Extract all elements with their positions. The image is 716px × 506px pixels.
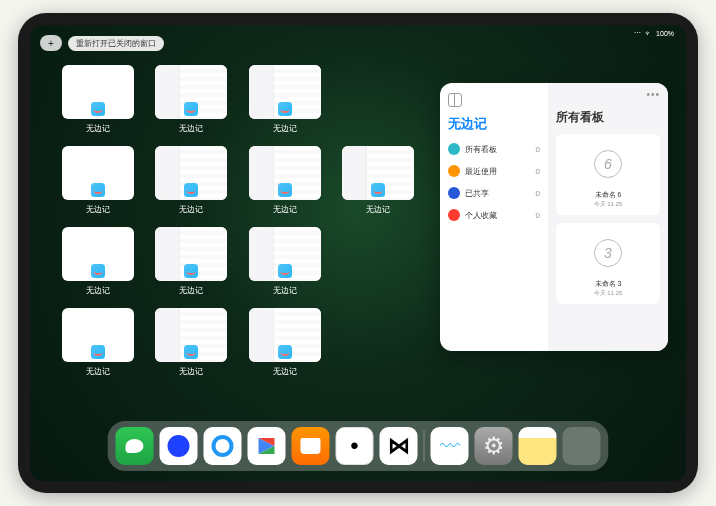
app-window[interactable]: 无边记: [152, 227, 232, 296]
freeform-app-icon: [183, 263, 199, 279]
window-label: 无边记: [179, 285, 203, 296]
sidebar-toggle-icon[interactable]: [448, 93, 462, 107]
sidebar-item-label: 已共享: [465, 188, 489, 199]
sidebar-item[interactable]: 已共享0: [448, 187, 540, 199]
board-preview: 3: [562, 229, 654, 277]
window-thumbnail[interactable]: [62, 227, 134, 281]
window-label: 无边记: [273, 123, 297, 134]
category-icon: [448, 143, 460, 155]
new-window-button[interactable]: +: [40, 35, 62, 51]
dock-app-qq-blue[interactable]: [160, 427, 198, 465]
app-window[interactable]: 无边记: [58, 227, 138, 296]
board-label: 未命名 6: [562, 190, 654, 200]
sidebar-item-count: 0: [536, 167, 540, 176]
sidebar-item[interactable]: 所有看板0: [448, 143, 540, 155]
app-window[interactable]: 无边记: [152, 308, 232, 377]
slideover-title: 无边记: [448, 115, 540, 133]
sidebar-item[interactable]: 个人收藏0: [448, 209, 540, 221]
freeform-app-icon: [277, 263, 293, 279]
dock-app-books[interactable]: [292, 427, 330, 465]
board-number-icon: 3: [594, 239, 622, 267]
app-window[interactable]: 无边记: [58, 65, 138, 134]
more-button[interactable]: •••: [646, 89, 660, 100]
app-window[interactable]: 无边记: [245, 146, 325, 215]
app-window[interactable]: 无边记: [245, 308, 325, 377]
window-label: 无边记: [179, 123, 203, 134]
dock-app-wechat[interactable]: [116, 427, 154, 465]
window-thumbnail[interactable]: [155, 65, 227, 119]
board-card[interactable]: 6未命名 6今天 11:25: [556, 134, 660, 215]
slide-over-panel[interactable]: 无边记 所有看板0最近使用0已共享0个人收藏0 ••• 所有看板 6未命名 6今…: [440, 83, 668, 351]
sidebar-item[interactable]: 最近使用0: [448, 165, 540, 177]
dock-app-qbrowser[interactable]: [204, 427, 242, 465]
freeform-app-icon: [277, 101, 293, 117]
dock-separator: [424, 430, 425, 462]
window-label: 无边记: [366, 204, 390, 215]
dock-app-settings[interactable]: [475, 427, 513, 465]
window-thumbnail[interactable]: [249, 227, 321, 281]
status-bar: ⋯ ᯤ 100%: [634, 29, 674, 37]
board-number-icon: 6: [594, 150, 622, 178]
ipad-frame: ⋯ ᯤ 100% + 重新打开已关闭的窗口 无边记无边记无边记无边记无边记无边记…: [18, 13, 698, 493]
app-window[interactable]: 无边记: [152, 65, 232, 134]
dock-app-play[interactable]: [248, 427, 286, 465]
freeform-app-icon: [90, 182, 106, 198]
sidebar-item-count: 0: [536, 211, 540, 220]
window-label: 无边记: [179, 204, 203, 215]
dock-app-dice[interactable]: [336, 427, 374, 465]
window-thumbnail[interactable]: [249, 65, 321, 119]
sidebar-item-count: 0: [536, 145, 540, 154]
slideover-sidebar: 无边记 所有看板0最近使用0已共享0个人收藏0: [440, 83, 548, 351]
freeform-app-icon: [183, 344, 199, 360]
screen: ⋯ ᯤ 100% + 重新打开已关闭的窗口 无边记无边记无边记无边记无边记无边记…: [30, 25, 686, 481]
window-label: 无边记: [86, 366, 110, 377]
window-thumbnail[interactable]: [342, 146, 414, 200]
dock: [108, 421, 609, 471]
dock-app-app-lib[interactable]: [563, 427, 601, 465]
top-controls: + 重新打开已关闭的窗口: [40, 35, 164, 51]
board-preview: 6: [562, 140, 654, 188]
window-label: 无边记: [273, 366, 297, 377]
freeform-app-icon: [277, 344, 293, 360]
sidebar-item-label: 所有看板: [465, 144, 497, 155]
slideover-content: ••• 所有看板 6未命名 6今天 11:253未命名 3今天 11:25: [548, 83, 668, 351]
window-label: 无边记: [273, 285, 297, 296]
dock-app-notes[interactable]: [519, 427, 557, 465]
window-thumbnail[interactable]: [155, 227, 227, 281]
app-switcher-grid: 无边记无边记无边记无边记无边记无边记无边记无边记无边记无边记无边记无边记无边记: [58, 65, 418, 377]
category-icon: [448, 187, 460, 199]
freeform-app-icon: [183, 182, 199, 198]
window-label: 无边记: [86, 285, 110, 296]
window-label: 无边记: [86, 123, 110, 134]
app-window[interactable]: 无边记: [152, 146, 232, 215]
board-label: 未命名 3: [562, 279, 654, 289]
sidebar-item-count: 0: [536, 189, 540, 198]
window-thumbnail[interactable]: [249, 308, 321, 362]
dock-app-bowtie[interactable]: [380, 427, 418, 465]
signal-icon: ⋯: [634, 29, 641, 37]
app-window[interactable]: 无边记: [245, 227, 325, 296]
window-thumbnail[interactable]: [62, 146, 134, 200]
board-timestamp: 今天 11:25: [562, 289, 654, 298]
app-window[interactable]: 无边记: [58, 146, 138, 215]
freeform-app-icon: [370, 182, 386, 198]
reopen-closed-button[interactable]: 重新打开已关闭的窗口: [68, 36, 164, 51]
window-thumbnail[interactable]: [62, 65, 134, 119]
window-thumbnail[interactable]: [155, 146, 227, 200]
window-thumbnail[interactable]: [62, 308, 134, 362]
app-window[interactable]: 无边记: [339, 146, 419, 215]
freeform-app-icon: [277, 182, 293, 198]
app-window[interactable]: 无边记: [58, 308, 138, 377]
board-card[interactable]: 3未命名 3今天 11:25: [556, 223, 660, 304]
dock-app-freeform[interactable]: [431, 427, 469, 465]
category-icon: [448, 165, 460, 177]
window-thumbnail[interactable]: [155, 308, 227, 362]
category-icon: [448, 209, 460, 221]
window-thumbnail[interactable]: [249, 146, 321, 200]
freeform-app-icon: [183, 101, 199, 117]
window-label: 无边记: [86, 204, 110, 215]
app-window[interactable]: 无边记: [245, 65, 325, 134]
board-timestamp: 今天 11:25: [562, 200, 654, 209]
sidebar-item-label: 个人收藏: [465, 210, 497, 221]
window-label: 无边记: [273, 204, 297, 215]
